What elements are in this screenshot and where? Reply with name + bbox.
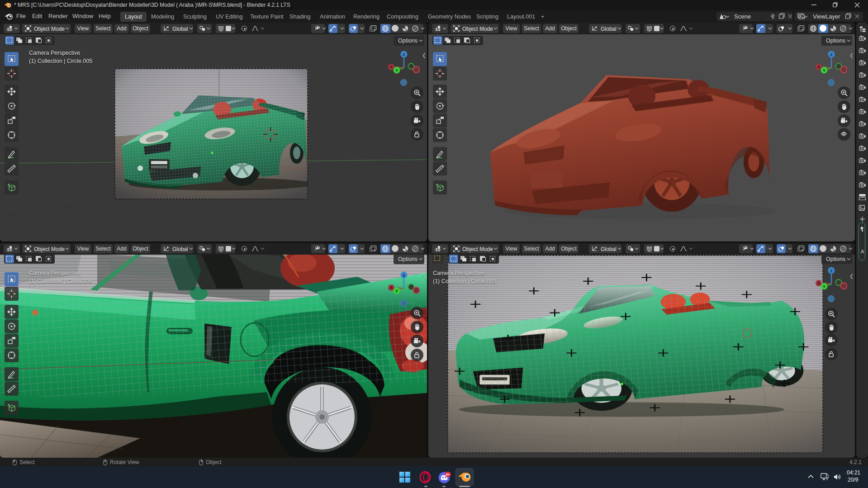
svg-text:X: X bbox=[390, 65, 393, 69]
svg-text:Y: Y bbox=[823, 68, 825, 73]
svg-text:Y: Y bbox=[823, 284, 825, 289]
svg-text:X: X bbox=[390, 285, 393, 290]
svg-text:Z: Z bbox=[403, 52, 405, 57]
svg-text:Z: Z bbox=[830, 268, 833, 273]
svg-text:Z: Z bbox=[403, 273, 405, 278]
svg-text:X: X bbox=[817, 65, 820, 69]
svg-text:9+: 9+ bbox=[446, 473, 450, 477]
svg-text:Z: Z bbox=[830, 52, 833, 57]
svg-text:Y: Y bbox=[395, 68, 398, 73]
svg-text:X: X bbox=[817, 281, 820, 285]
svg-text:Y: Y bbox=[395, 289, 398, 294]
